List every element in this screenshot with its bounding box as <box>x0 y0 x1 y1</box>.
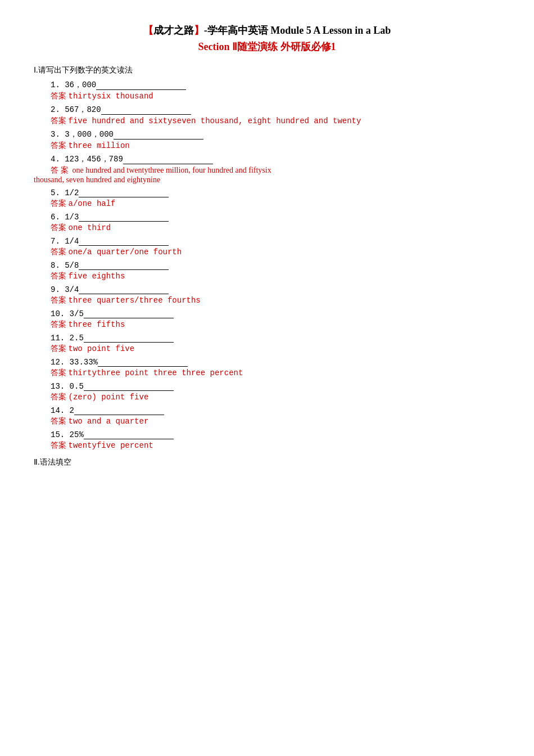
question-7: 7. 1/4 <box>51 236 500 246</box>
q2-number: 2. 567，820 <box>51 105 101 114</box>
title-bracket-open: 【 <box>143 25 153 36</box>
answer-text-10: three fifths <box>69 320 125 329</box>
answer-6: 答案 one third <box>51 223 500 233</box>
q8-underline <box>79 260 169 270</box>
question-14: 14. 2 <box>51 406 500 415</box>
answer-1: 答案 thirtysix thousand <box>51 91 500 101</box>
question-13: 13. 0.5 <box>51 381 500 391</box>
question-11: 11. 2.5 <box>51 333 500 343</box>
answer-label-7: 答案 <box>51 248 69 256</box>
answer-label-11: 答案 <box>51 344 69 353</box>
q9-number: 9. 3/4 <box>51 285 79 294</box>
q2-underline <box>101 105 191 115</box>
title-brand: 成才之路 <box>153 25 194 36</box>
answer-label-4: 答 案 <box>51 166 73 174</box>
answer-text-6: one third <box>69 223 111 232</box>
answer-text-5: a/one half <box>69 199 116 208</box>
answer-9: 答案 three quarters/three fourths <box>51 295 500 305</box>
answer-label-6: 答案 <box>51 223 69 232</box>
q4-underline <box>123 155 213 164</box>
title-line1: 【成才之路】-学年高中英语 Module 5 A Lesson in a Lab <box>34 22 500 39</box>
question-9: 9. 3/4 <box>51 285 500 294</box>
q13-number: 13. 0.5 <box>51 382 84 391</box>
title-rest: 随堂演练 外研版必修1 <box>237 41 336 52</box>
question-6: 6. 1/3 <box>51 212 500 222</box>
answer-13: 答案 (zero) point five <box>51 392 500 402</box>
answer-text-14: two and a quarter <box>69 417 149 426</box>
answer-14: 答案 two and a quarter <box>51 416 500 426</box>
q5-number: 5. 1/2 <box>51 188 79 197</box>
q7-number: 7. 1/4 <box>51 237 79 246</box>
answer-11: 答案 two point five <box>51 344 500 354</box>
answer-label-14: 答案 <box>51 417 69 425</box>
answer-label-3: 答案 <box>51 141 69 150</box>
q15-underline <box>84 430 174 439</box>
answer-label-5: 答案 <box>51 199 69 208</box>
q13-underline <box>84 381 174 391</box>
question-2: 2. 567，820 <box>51 105 500 115</box>
answer-text-13: (zero) point five <box>69 393 149 402</box>
q12-underline <box>98 357 188 367</box>
q10-underline <box>84 309 174 318</box>
question-1: 1. 36，000 <box>51 80 500 90</box>
question-5: 5. 1/2 <box>51 188 500 197</box>
q11-number: 11. 2.5 <box>51 334 84 343</box>
answer-4: 答 案 one hundred and twentythree million,… <box>34 165 500 184</box>
answer-10: 答案 three fifths <box>51 320 500 330</box>
title-section: 【成才之路】-学年高中英语 Module 5 A Lesson in a Lab… <box>34 22 500 55</box>
q14-underline <box>74 406 164 415</box>
q14-number: 14. 2 <box>51 406 74 415</box>
answer-label-12: 答案 <box>51 368 69 377</box>
q8-number: 8. 5/8 <box>51 261 79 270</box>
section-i-header: Ⅰ.请写出下列数字的英文读法 <box>34 65 500 75</box>
q4-number: 4. 123，456，789 <box>51 155 123 164</box>
answer-text-11: two point five <box>69 344 135 353</box>
title-middle: -学年高中英语 Module 5 A Lesson in a Lab <box>204 25 391 36</box>
answer-5: 答案 a/one half <box>51 199 500 209</box>
answer-label-1: 答案 <box>51 92 69 100</box>
q10-number: 10. 3/5 <box>51 309 84 318</box>
answer-2: 答案 five hundred and sixtyseven thousand,… <box>51 116 500 126</box>
question-4: 4. 123，456，789 <box>51 154 500 164</box>
question-12: 12. 33.33% <box>51 357 500 367</box>
answer-text-2: five hundred and sixtyseven thousand, ei… <box>69 116 361 125</box>
title-line2: Section Ⅱ随堂演练 外研版必修1 <box>34 39 500 55</box>
answer-text-12: thirtythree point three three percent <box>69 368 243 377</box>
q3-number: 3. 3，000，000 <box>51 130 114 139</box>
q3-underline <box>114 130 203 140</box>
q12-number: 12. 33.33% <box>51 358 98 367</box>
q6-underline <box>79 212 169 222</box>
answer-15: 答案 twentyfive percent <box>51 440 500 451</box>
answer-8: 答案 five eighths <box>51 271 500 281</box>
q9-underline <box>79 285 169 294</box>
q6-number: 6. 1/3 <box>51 213 79 222</box>
q7-underline <box>79 236 169 246</box>
answer-label-8: 答案 <box>51 272 69 280</box>
answer-label-9: 答案 <box>51 296 69 304</box>
answer-label-2: 答案 <box>51 116 69 125</box>
section-label: Section Ⅱ <box>198 41 238 52</box>
title-bracket-close: 】 <box>194 25 204 36</box>
answer-4-cont: thousand, seven hundred and eightynine <box>34 176 500 184</box>
question-15: 15. 25% <box>51 430 500 439</box>
answer-label-13: 答案 <box>51 393 69 401</box>
answer-12: 答案 thirtythree point three three percent <box>51 368 500 378</box>
answer-text-4: one hundred and twentythree million, fou… <box>73 166 271 174</box>
answer-7: 答案 one/a quarter/one fourth <box>51 247 500 257</box>
answer-text-8: five eighths <box>69 272 125 281</box>
answer-label-10: 答案 <box>51 320 69 328</box>
answer-text-3: three million <box>69 141 130 150</box>
answer-3: 答案 three million <box>51 141 500 151</box>
answer-text-9: three quarters/three fourths <box>69 296 201 305</box>
answer-text-15: twentyfive percent <box>69 441 153 450</box>
q5-underline <box>79 188 169 197</box>
q15-number: 15. 25% <box>51 430 84 439</box>
question-10: 10. 3/5 <box>51 309 500 318</box>
section-ii-header: Ⅱ.语法填空 <box>34 457 500 467</box>
answer-label-15: 答案 <box>51 441 69 449</box>
answer-text-7: one/a quarter/one fourth <box>69 248 182 256</box>
q1-underline <box>96 80 186 90</box>
question-8: 8. 5/8 <box>51 260 500 270</box>
q11-underline <box>84 333 174 343</box>
q1-number: 1. 36，000 <box>51 80 96 89</box>
